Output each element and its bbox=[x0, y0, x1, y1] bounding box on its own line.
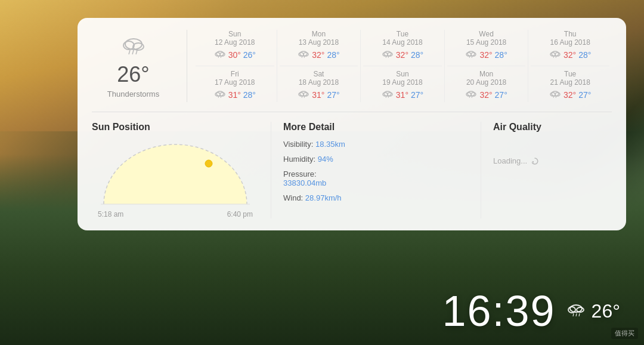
sun-times: 5:18 am 6:40 pm bbox=[98, 210, 253, 218]
pressure-label: Pressure: bbox=[283, 170, 317, 178]
forecast-icon-3-2 bbox=[382, 89, 394, 101]
forecast-icon-5-2 bbox=[549, 89, 561, 101]
forecast-date-3-1: 14 Aug 2018 bbox=[382, 38, 422, 47]
sunset-time: 6:40 pm bbox=[227, 210, 253, 218]
forecast-high-2-1: 32° bbox=[312, 50, 324, 60]
forecast-high-3-2: 31° bbox=[396, 90, 408, 100]
forecast-low-1-1: 26° bbox=[243, 50, 256, 60]
forecast-divider-1 bbox=[196, 66, 274, 66]
svg-point-60 bbox=[570, 305, 582, 312]
forecast-low-4-1: 28° bbox=[495, 50, 507, 60]
forecast-temps-1-1: 30° 26° bbox=[214, 49, 256, 61]
more-detail-panel: More Detail Visibility: 18.35km Humidity… bbox=[271, 122, 481, 218]
forecast-date-2-2: 18 Aug 2018 bbox=[299, 78, 339, 87]
forecast-day-4-2: Mon bbox=[479, 70, 493, 78]
svg-line-3 bbox=[129, 50, 130, 54]
bottom-bar: 16:39 26° bbox=[442, 287, 620, 335]
sun-arc-container bbox=[98, 138, 253, 210]
svg-line-5 bbox=[136, 50, 137, 54]
visibility-value: 18.35km bbox=[315, 140, 345, 149]
wind-label: Wind: bbox=[283, 193, 303, 202]
forecast-day-5-2: Tue bbox=[564, 70, 576, 78]
air-quality-panel: Air Quality Loading... bbox=[481, 122, 612, 218]
forecast-day-2-2: Sat bbox=[313, 70, 324, 78]
forecast-high-2-2: 31° bbox=[312, 90, 324, 100]
forecast-day-5-1: Thu bbox=[564, 30, 577, 38]
forecast-divider-5 bbox=[531, 66, 609, 66]
forecast-day-3-2: Sun bbox=[396, 70, 408, 78]
refresh-icon bbox=[531, 157, 539, 165]
svg-line-65 bbox=[579, 313, 580, 316]
forecast-day-4-1: Wed bbox=[479, 30, 493, 38]
current-temperature: 26° bbox=[117, 62, 149, 87]
forecast-high-1-2: 31° bbox=[228, 90, 241, 100]
more-detail-title: More Detail bbox=[283, 122, 469, 133]
forecast-temps-3-2: 31° 27° bbox=[382, 89, 423, 101]
humidity-value: 94% bbox=[318, 155, 333, 164]
forecast-date-5-2: 21 Aug 2018 bbox=[550, 78, 590, 87]
sun-position-title: Sun Position bbox=[92, 122, 259, 133]
forecast-low-3-2: 27° bbox=[411, 90, 423, 100]
forecast-date-3-2: 19 Aug 2018 bbox=[382, 78, 422, 87]
current-weather: 26° Thunderstorms bbox=[92, 30, 187, 102]
humidity-row: Humidity: 94% bbox=[283, 155, 469, 164]
forecast-high-5-2: 32° bbox=[564, 90, 576, 100]
forecast-high-4-1: 32° bbox=[479, 50, 492, 60]
forecast-high-4-2: 32° bbox=[479, 90, 492, 100]
svg-line-63 bbox=[573, 313, 574, 316]
visibility-row: Visibility: 18.35km bbox=[283, 140, 469, 149]
forecast-icon-2-2 bbox=[298, 89, 309, 101]
forecast-low-5-1: 28° bbox=[578, 50, 591, 60]
forecast-icon-3-1 bbox=[382, 49, 394, 61]
bottom-section: Sun Position bbox=[92, 122, 612, 218]
forecast-grid: Sun 12 Aug 2018 30° 26° Fri 17 Aug 2018 bbox=[187, 30, 612, 102]
forecast-icon-5-1 bbox=[549, 49, 561, 61]
bottom-temperature: 26° bbox=[592, 300, 620, 322]
forecast-col-1: Sun 12 Aug 2018 30° 26° Fri 17 Aug 2018 bbox=[193, 30, 277, 102]
bottom-weather: 26° bbox=[565, 300, 620, 322]
svg-line-64 bbox=[576, 313, 577, 316]
forecast-date-1-1: 12 Aug 2018 bbox=[215, 38, 255, 47]
svg-point-61 bbox=[568, 307, 575, 313]
watermark: 值得买 bbox=[611, 328, 638, 339]
forecast-low-2-1: 28° bbox=[327, 50, 339, 60]
top-section: 26° Thunderstorms Sun 12 Aug 2018 30° 26… bbox=[92, 30, 612, 112]
forecast-high-1-1: 30° bbox=[228, 50, 241, 60]
forecast-icon-1-2 bbox=[214, 89, 226, 101]
forecast-date-2-1: 13 Aug 2018 bbox=[299, 38, 339, 47]
air-quality-title: Air Quality bbox=[493, 122, 612, 133]
pressure-row: Pressure: 33830.04mb bbox=[283, 170, 469, 187]
forecast-icon-4-1 bbox=[465, 49, 477, 61]
forecast-low-1-2: 28° bbox=[243, 90, 256, 100]
forecast-temps-2-1: 32° 28° bbox=[298, 49, 339, 61]
forecast-col-4: Wed 15 Aug 2018 32° 28° Mon 20 Aug 2018 bbox=[445, 30, 529, 102]
forecast-col-5: Thu 16 Aug 2018 32° 28° Tue 21 Aug 2018 bbox=[528, 30, 612, 102]
forecast-icon-1-1 bbox=[214, 49, 226, 61]
sun-position-panel: Sun Position bbox=[92, 122, 271, 218]
forecast-divider-2 bbox=[280, 66, 358, 66]
forecast-divider-3 bbox=[363, 66, 442, 66]
forecast-low-3-1: 28° bbox=[411, 50, 423, 60]
forecast-date-1-2: 17 Aug 2018 bbox=[215, 78, 255, 87]
forecast-high-3-1: 32° bbox=[396, 50, 408, 60]
forecast-day-3-1: Tue bbox=[397, 30, 408, 38]
air-quality-loading: Loading... bbox=[493, 156, 612, 165]
forecast-icon-2-1 bbox=[298, 49, 309, 61]
forecast-date-4-2: 20 Aug 2018 bbox=[466, 78, 506, 87]
forecast-temps-1-2: 31° 28° bbox=[214, 89, 256, 101]
loading-label: Loading... bbox=[493, 156, 527, 165]
forecast-low-5-2: 27° bbox=[578, 90, 591, 100]
forecast-high-5-1: 32° bbox=[564, 50, 576, 60]
forecast-divider-4 bbox=[447, 66, 526, 66]
clock-display: 16:39 bbox=[442, 287, 555, 335]
forecast-day-2-1: Mon bbox=[312, 30, 326, 38]
pressure-value: 33830.04mb bbox=[283, 178, 326, 187]
forecast-date-5-1: 16 Aug 2018 bbox=[550, 38, 590, 47]
wind-value: 28.97km/h bbox=[305, 193, 342, 202]
forecast-temps-5-1: 32° 28° bbox=[549, 49, 591, 61]
forecast-temps-4-2: 32° 27° bbox=[465, 89, 507, 101]
svg-point-58 bbox=[205, 160, 212, 167]
forecast-low-4-2: 27° bbox=[495, 90, 507, 100]
humidity-label: Humidity: bbox=[283, 155, 315, 164]
forecast-low-2-2: 27° bbox=[327, 90, 339, 100]
